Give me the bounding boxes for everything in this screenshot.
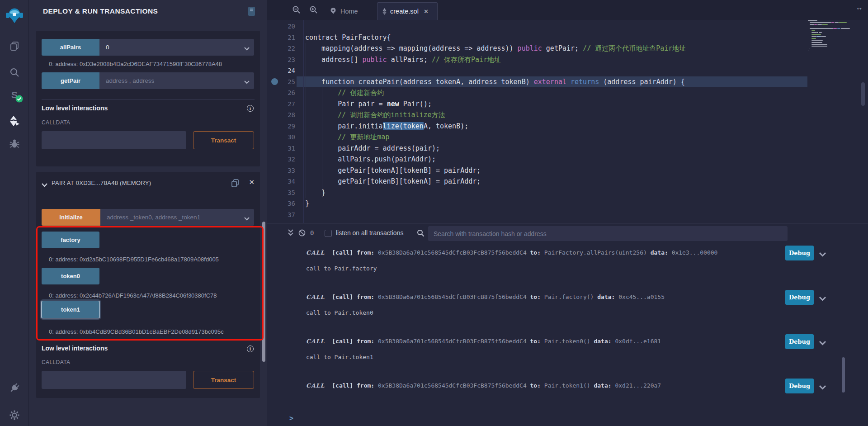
deploy-run-icon[interactable] — [0, 111, 28, 131]
listen-checkbox[interactable] — [325, 230, 332, 237]
code-line[interactable]: function createPair(address tokenA, addr… — [305, 76, 805, 88]
zoom-in-icon[interactable] — [309, 5, 318, 16]
line-number[interactable]: 21 — [267, 32, 295, 43]
line-number[interactable]: 31 — [267, 143, 295, 154]
allpairs-button[interactable]: allPairs — [42, 39, 99, 56]
line-number[interactable]: 26 — [267, 87, 295, 99]
minimap-line — [808, 22, 850, 23]
getpair-input[interactable]: address , address — [99, 72, 254, 89]
panel-scrollbar[interactable] — [262, 222, 265, 362]
chevron-down-icon[interactable] — [244, 215, 250, 222]
code-line[interactable]: allPairs.push(pairAddr); — [305, 154, 805, 165]
initialize-input[interactable]: address _token0, address _token1 — [100, 209, 254, 226]
remix-logo-icon[interactable] — [0, 6, 28, 26]
allpairs-input[interactable]: 0 — [99, 39, 254, 56]
transact-button[interactable]: Transact — [193, 131, 254, 149]
token0-button[interactable]: token0 — [42, 268, 99, 284]
expand-terminal-icon[interactable] — [288, 229, 294, 238]
line-number[interactable]: 27 — [267, 99, 295, 110]
calldata-input[interactable] — [42, 131, 186, 149]
editor-scrollbar[interactable] — [861, 82, 865, 106]
line-number[interactable]: 20 — [267, 21, 295, 32]
chevron-down-icon[interactable] — [819, 250, 826, 259]
chevron-down-icon[interactable] — [819, 294, 826, 303]
debugger-icon[interactable] — [0, 134, 28, 154]
code-line[interactable]: pair.initialize(tokenA, tokenB); — [305, 121, 805, 132]
line-number[interactable]: 22 — [267, 43, 295, 54]
log-summary[interactable]: CALL[call] from: 0x5B38Da6a701c568545dCf… — [306, 338, 755, 345]
line-number[interactable]: 25 — [267, 76, 295, 88]
line-number[interactable]: 35 — [267, 187, 295, 199]
info-icon[interactable]: i — [247, 346, 254, 352]
code-line[interactable] — [305, 209, 805, 221]
code-line[interactable] — [305, 21, 805, 32]
terminal-scrollbar[interactable] — [842, 357, 845, 393]
line-number[interactable]: 36 — [267, 198, 295, 209]
code-line[interactable]: getPair[tokenA][tokenB] = pairAddr; — [305, 165, 805, 176]
code-line[interactable]: } — [305, 198, 805, 209]
minimap[interactable] — [808, 18, 850, 56]
chevron-down-icon[interactable] — [244, 45, 250, 52]
code-line[interactable] — [305, 65, 805, 76]
debug-button[interactable]: Debug — [785, 290, 814, 305]
initialize-button[interactable]: initialize — [42, 209, 100, 226]
line-number[interactable]: 24 — [267, 65, 295, 76]
line-number[interactable]: 32 — [267, 154, 295, 165]
log-summary[interactable]: CALL[call] from: 0x5B38Da6a701c568545dCf… — [306, 382, 755, 389]
getpair-button[interactable]: getPair — [42, 72, 99, 89]
code-line[interactable]: contract PairFactory{ — [305, 32, 805, 43]
code-line[interactable]: address[] public allPairs; // 保存所有Pair地址 — [305, 54, 805, 66]
clear-console-icon[interactable] — [298, 229, 306, 238]
debug-button[interactable]: Debug — [785, 379, 814, 393]
code-line[interactable]: // 创建新合约 — [305, 87, 805, 99]
chevron-down-icon[interactable] — [244, 79, 250, 85]
tab-close-icon[interactable]: ✕ — [424, 8, 429, 15]
code-line[interactable]: // 更新地址map — [305, 132, 805, 143]
code-line[interactable]: getPair[tokenB][tokenA] = pairAddr; — [305, 176, 805, 187]
code-editor[interactable]: 202122232425262728293031323334353637 con… — [267, 20, 868, 223]
token1-button[interactable]: token1 — [42, 301, 99, 318]
close-icon[interactable]: ✕ — [249, 178, 255, 186]
settings-gear-icon[interactable] — [0, 405, 28, 425]
terminal-bar: 0 listen on all transactions — [267, 223, 868, 243]
calldata-input[interactable] — [42, 371, 186, 389]
line-number[interactable]: 29 — [267, 121, 295, 132]
pair-contract-header[interactable]: PAIR AT 0XD3E...78A48 (MEMORY) ✕ — [36, 178, 260, 189]
code-line[interactable]: pairAddr = address(pair); — [305, 143, 805, 154]
log-note: call to Pair.token1 — [306, 354, 373, 360]
terminal-prompt[interactable]: > — [289, 414, 293, 422]
code-lines[interactable]: contract PairFactory{ mapping(address =>… — [305, 21, 805, 220]
log-summary[interactable]: CALL[call] from: 0x5B38Da6a701c568545dCf… — [306, 293, 755, 300]
tab-create-sol[interactable]: create.sol ✕ — [377, 2, 438, 20]
terminal-search-input[interactable] — [428, 226, 788, 241]
line-number[interactable]: 23 — [267, 54, 295, 66]
code-line[interactable]: // 调用新合约的initialize方法 — [305, 109, 805, 121]
solidity-compiler-icon[interactable]: S — [0, 85, 28, 105]
log-summary[interactable]: CALL[call] from: 0x5B38Da6a701c568545dCf… — [306, 249, 755, 256]
collapse-chevron-icon[interactable] — [42, 181, 47, 189]
info-icon[interactable]: i — [247, 105, 254, 112]
line-number[interactable]: 30 — [267, 132, 295, 143]
chevron-down-icon[interactable] — [819, 339, 826, 347]
split-resize-icon[interactable]: ↔ — [856, 4, 863, 12]
zoom-out-icon[interactable] — [292, 5, 301, 16]
tab-home[interactable]: Home — [325, 2, 363, 20]
code-line[interactable]: Pair pair = new Pair(); — [305, 99, 805, 110]
gutter-numbers[interactable]: 202122232425262728293031323334353637 — [267, 21, 295, 220]
journal-icon[interactable] — [247, 6, 256, 18]
line-number[interactable]: 37 — [267, 209, 295, 221]
line-number[interactable]: 28 — [267, 109, 295, 121]
copy-address-icon[interactable] — [231, 179, 239, 189]
line-number[interactable]: 34 — [267, 176, 295, 187]
code-line[interactable]: } — [305, 187, 805, 199]
debug-button[interactable]: Debug — [785, 334, 814, 349]
search-icon[interactable] — [0, 62, 28, 82]
transact-button[interactable]: Transact — [193, 371, 254, 389]
factory-button[interactable]: factory — [42, 232, 99, 248]
line-number[interactable]: 33 — [267, 165, 295, 176]
plugin-manager-icon[interactable] — [0, 378, 28, 398]
chevron-down-icon[interactable] — [819, 383, 826, 392]
file-explorer-icon[interactable] — [0, 36, 28, 56]
code-line[interactable]: mapping(address => mapping(address => ad… — [305, 43, 805, 54]
debug-button[interactable]: Debug — [785, 246, 814, 260]
